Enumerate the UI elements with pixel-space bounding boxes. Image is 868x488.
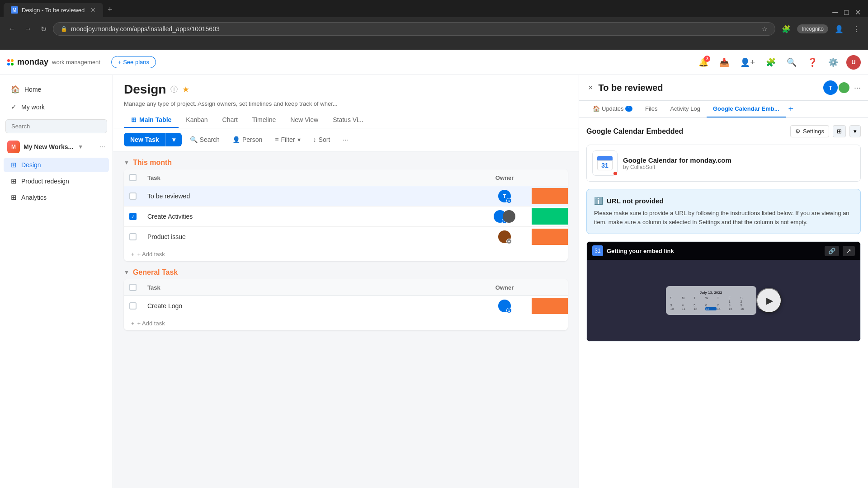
add-task-button-1[interactable]: + + Add task	[124, 247, 568, 261]
general-select-all[interactable]	[129, 284, 137, 291]
close-window-button[interactable]: ✕	[855, 8, 861, 17]
sidebar-board-analytics[interactable]: ⊞ Analytics	[4, 190, 109, 205]
status-bar-4	[532, 298, 568, 314]
add-task-button-2[interactable]: + + Add task	[124, 316, 568, 330]
select-all-checkbox[interactable]	[129, 174, 137, 181]
sidebar-item-my-work[interactable]: ✓ My work	[4, 99, 109, 115]
board-info-icon[interactable]: ⓘ	[170, 85, 178, 94]
table-row[interactable]: Product issue +	[124, 227, 568, 247]
sort-button[interactable]: ↕ Sort	[309, 133, 335, 146]
video-content: July 13, 2022 SMTWTFS 12 3456789 1011121…	[587, 260, 860, 341]
workspace-icon: M	[7, 141, 20, 153]
bookmark-star-icon[interactable]: ☆	[762, 25, 768, 33]
task-owner-4: 1	[477, 296, 532, 316]
warning-info-icon: ℹ️	[594, 197, 603, 205]
see-plans-button[interactable]: + See plans	[111, 56, 156, 68]
panel-tab-updates[interactable]: 🏠 Updates 1	[586, 101, 639, 117]
general-header-checkbox	[124, 279, 142, 296]
sidebar-item-home[interactable]: 🏠 Home	[4, 81, 109, 97]
video-external-button[interactable]: ↗	[843, 246, 855, 256]
status-bar-2	[532, 208, 568, 225]
tab-kanban[interactable]: Kanban	[179, 113, 215, 128]
panel-tab-google-calendar[interactable]: Google Calendar Emb...	[707, 101, 786, 117]
apps-button[interactable]: 🧩	[763, 55, 778, 70]
workspace-more-button[interactable]: ···	[99, 143, 105, 151]
task-column-header: Task	[142, 170, 477, 186]
tab-favicon: M	[11, 6, 18, 14]
new-task-button[interactable]: New Task	[124, 133, 165, 146]
notifications-button[interactable]: 🔔 3	[696, 55, 711, 70]
tab-close-button[interactable]: ✕	[90, 6, 96, 14]
table-header-this-month: Task Owner	[124, 169, 568, 186]
person-filter-button[interactable]: 👤 Person	[228, 133, 267, 146]
search-toolbar-button[interactable]: 🔍 Search	[185, 133, 224, 146]
panel-section-title: Google Calendar Embedded ⚙ Settings ⊞ ▾	[586, 125, 861, 137]
logo-dots	[7, 59, 14, 66]
panel-tab-files[interactable]: Files	[639, 101, 664, 117]
group-toggle-general[interactable]: ▼	[124, 269, 129, 276]
minimize-button[interactable]: ─	[832, 8, 838, 17]
more-options-button[interactable]: ···	[338, 133, 353, 146]
add-tab-button[interactable]: +	[786, 101, 797, 117]
panel-expand-button[interactable]: ▾	[849, 125, 861, 137]
table-row[interactable]: ✓ Create Activities 2	[124, 206, 568, 227]
task-checkbox-4[interactable]	[129, 302, 137, 310]
forward-button[interactable]: →	[22, 23, 34, 35]
table-row[interactable]: Create Logo 1	[124, 296, 568, 316]
tab-new-view[interactable]: New View	[283, 113, 326, 128]
task-status-4[interactable]	[532, 298, 568, 314]
group-toggle-this-month[interactable]: ▼	[124, 160, 129, 166]
panel-view-controls: ⚙ Settings ⊞ ▾	[790, 125, 861, 137]
extensions-button[interactable]: 🧩	[779, 23, 793, 35]
panel-tab-updates-label: Updates	[602, 105, 623, 112]
panel-title: To be reviewed	[599, 83, 823, 93]
tab-chart[interactable]: Chart	[215, 113, 245, 128]
user-avatar[interactable]: U	[846, 55, 861, 70]
sidebar-workspace[interactable]: M My New Works... ▼ ···	[0, 137, 113, 157]
task-checkbox-2[interactable]: ✓	[129, 213, 137, 220]
search-header-button[interactable]: 🔍	[784, 55, 799, 70]
task-checkbox-3[interactable]	[129, 233, 137, 240]
task-status-2[interactable]	[532, 208, 568, 225]
board-icon-design: ⊞	[11, 161, 17, 169]
add-task-label-1: + Add task	[137, 251, 165, 258]
sidebar-board-product-redesign[interactable]: ⊞ Product redesign	[4, 174, 109, 188]
address-bar[interactable]: 🔒 moodjoy.monday.com/apps/installed_apps…	[53, 22, 775, 36]
tab-status-view[interactable]: Status Vi...	[326, 113, 370, 128]
refresh-button[interactable]: ↻	[38, 23, 49, 35]
task-status-1[interactable]	[532, 188, 568, 204]
task-table-this-month: Task Owner To be reviewed T 1	[124, 169, 568, 261]
inbox-button[interactable]: 📥	[717, 55, 732, 70]
browser-menu-button[interactable]: ⋮	[850, 23, 863, 35]
maximize-button[interactable]: ☐	[844, 9, 849, 16]
video-action-buttons: 🔗 ↗	[825, 246, 855, 256]
video-play-button[interactable]: ▶	[756, 288, 782, 313]
video-link-button[interactable]: 🔗	[825, 246, 839, 256]
back-button[interactable]: ←	[5, 23, 18, 35]
panel-view-button[interactable]: ⊞	[833, 125, 846, 137]
add-task-label-2: + Add task	[137, 320, 165, 327]
sidebar-search-input[interactable]	[5, 119, 107, 133]
active-tab[interactable]: M Design - To be reviewed ✕	[4, 3, 103, 17]
group-title-general[interactable]: General Task	[133, 268, 178, 277]
board-star-icon[interactable]: ★	[182, 84, 189, 94]
task-checkbox-1[interactable]	[129, 192, 137, 200]
invite-button[interactable]: 👤+	[737, 55, 758, 70]
table-row[interactable]: To be reviewed T 1	[124, 186, 568, 206]
new-task-dropdown-button[interactable]: ▾	[165, 133, 182, 146]
help-button[interactable]: ❓	[805, 55, 820, 70]
panel-settings-button[interactable]: ⚙ Settings	[790, 125, 829, 137]
settings-button[interactable]: ⚙️	[826, 55, 841, 70]
panel-more-button[interactable]: ···	[854, 83, 861, 93]
task-status-3[interactable]	[532, 229, 568, 245]
new-tab-button[interactable]: +	[103, 3, 117, 16]
sidebar-board-design[interactable]: ⊞ Design	[4, 158, 109, 172]
panel-tab-activity-log[interactable]: Activity Log	[664, 101, 706, 117]
tab-main-table[interactable]: ⊞ Main Table	[124, 113, 179, 128]
profile-button[interactable]: 👤	[832, 23, 846, 35]
panel-close-button[interactable]: ×	[586, 81, 595, 94]
group-title-this-month[interactable]: This month	[133, 159, 172, 167]
section-title-text: Google Calendar Embedded	[586, 127, 683, 136]
tab-timeline[interactable]: Timeline	[245, 113, 283, 128]
filter-button[interactable]: ≡ Filter ▾	[270, 133, 305, 146]
